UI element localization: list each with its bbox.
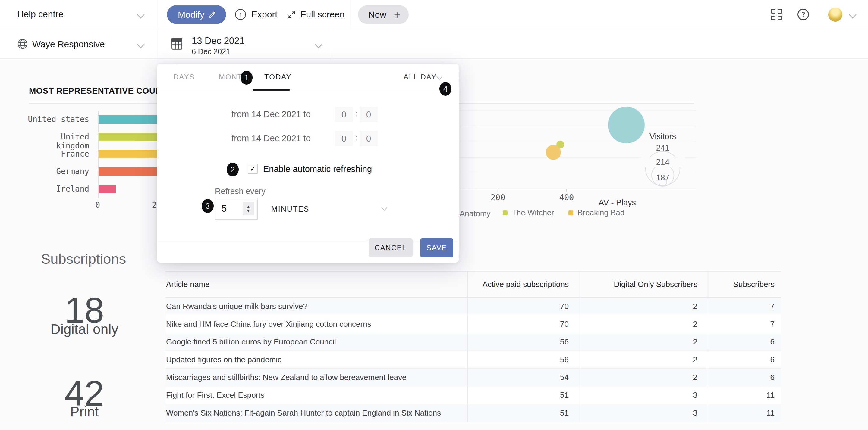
table-row: Updated figures on the pandemic 56 2 6 [165, 351, 781, 369]
avatar[interactable] [828, 7, 842, 22]
annotation-badge-3: 3 [202, 199, 214, 213]
legend-swatch [503, 210, 507, 215]
cell-value: 2 [580, 351, 708, 368]
cell-value: 11 [708, 386, 781, 404]
report-selector-label: Help centre [17, 9, 63, 19]
question-icon: ? [801, 10, 805, 19]
tab-days[interactable]: DAYS [173, 73, 195, 81]
date-settings-dialog: DAYS MONTHS TODAY 1 ALL DAY 4 from 14 De… [157, 64, 459, 263]
legend-label: The Witcher [512, 208, 554, 218]
cell-value: 2 [580, 298, 708, 315]
report-selector[interactable]: Help centre [0, 0, 157, 29]
checkmark-icon: ✓ [250, 164, 256, 173]
x-axis-line [458, 189, 696, 189]
table-row: Google fined 5 billion euros by European… [165, 333, 781, 351]
annotation-badge-4: 4 [439, 82, 452, 96]
header-active-paid: Active paid subscriptions [468, 272, 580, 297]
country-label: United kingdom [28, 132, 89, 150]
country-label: United states [28, 115, 89, 124]
table-row: Fight for First: Excel Esports 51 3 11 [165, 386, 781, 404]
apps-grid-button[interactable] [771, 9, 783, 21]
cell-value: 56 [468, 333, 580, 351]
cell-value: 7 [708, 315, 781, 333]
refresh-value-field[interactable]: ▲ ▼ [215, 198, 258, 220]
hour-input[interactable]: 0 [335, 131, 353, 146]
annotation-badge-2: 2 [227, 163, 239, 176]
x-tick-mark [498, 189, 498, 192]
refresh-unit-dropdown[interactable]: MINUTES [271, 198, 392, 220]
legend-item-anatomy[interactable]: Anatomy [460, 209, 491, 218]
cell-article: Nike and HM face China fury over Xinjian… [165, 315, 468, 333]
gridline [458, 141, 696, 142]
stepper-down-icon: ▼ [247, 209, 250, 213]
kpi-print-label: Print [39, 403, 130, 420]
full-screen-button[interactable]: Full screen [285, 0, 348, 29]
cell-article: Women's Six Nations: Fit-again Sarah Hun… [165, 404, 468, 422]
calendar-icon [170, 36, 184, 51]
refresh-value-input[interactable] [221, 203, 236, 214]
date-range-selector[interactable]: 13 Dec 2021 6 Dec 2021 [163, 29, 332, 59]
export-button[interactable]: ↑ Export [233, 0, 281, 29]
cell-value: 7 [708, 298, 781, 315]
stepper-up-icon: ▲ [247, 204, 250, 209]
country-label: Germany [28, 167, 89, 176]
save-button[interactable]: SAVE [420, 238, 453, 257]
refresh-unit-label: MINUTES [271, 205, 310, 213]
legend-label: Breaking Bad [578, 208, 624, 218]
kpi-digital-label: Digital only [39, 321, 130, 337]
bubble-anatomy [608, 107, 645, 143]
annotation-badge-1: 1 [241, 71, 253, 85]
new-button-label: New [358, 10, 386, 20]
tab-today[interactable]: TODAY [264, 73, 291, 81]
legend-item-the-witcher[interactable]: The Witcher [503, 208, 554, 218]
cell-value: 6 [708, 351, 781, 368]
apps-grid-icon [771, 9, 783, 20]
minute-input[interactable]: 0 [360, 107, 378, 122]
gridline [458, 126, 696, 127]
table-row: Women's Six Nations: Fit-again Sarah Hun… [165, 404, 781, 422]
auto-refresh-label: Enable automatic refreshing [263, 164, 372, 174]
auto-refresh-checkbox[interactable]: ✓ [248, 164, 258, 174]
help-button[interactable]: ? [798, 9, 809, 20]
cell-value: 2 [580, 369, 708, 386]
size-legend-value: 187 [640, 173, 685, 183]
cell-article: Fight for First: Excel Esports [165, 386, 468, 404]
bar-ireland [98, 185, 116, 193]
cell-value: 2 [580, 333, 708, 351]
cell-value: 54 [468, 369, 580, 386]
dialog-footer-divider [157, 241, 459, 241]
export-icon: ↑ [235, 9, 246, 20]
refresh-value-stepper[interactable]: ▲ ▼ [243, 202, 254, 215]
bubble-breaking-bad [546, 145, 561, 160]
refresh-every-label: Refresh every [215, 187, 266, 196]
x-tick-0: 0 [93, 201, 102, 209]
contextbar-divider-2 [332, 29, 332, 59]
cell-value: 3 [580, 404, 708, 422]
legend-item-breaking-bad[interactable]: Breaking Bad [568, 208, 624, 218]
table-row: Nike and HM face China fury over Xinjian… [165, 315, 781, 333]
new-button[interactable]: New + [358, 5, 409, 24]
hour-input[interactable]: 0 [335, 107, 353, 122]
chevron-down-icon [436, 74, 442, 80]
all-day-label: ALL DAY [404, 73, 437, 81]
plus-icon: + [394, 9, 400, 21]
subscriptions-title: Subscriptions [41, 251, 126, 267]
chevron-down-icon [137, 41, 144, 48]
cell-value: 56 [468, 351, 580, 368]
modify-button[interactable]: Modify [167, 5, 226, 24]
header-digital-only: Digital Only Subscribers [580, 272, 708, 297]
site-selector[interactable]: Waye Responsive [0, 29, 157, 59]
globe-icon [17, 38, 29, 50]
cell-value: 70 [468, 298, 580, 315]
x-tick-200: 200 [486, 193, 510, 202]
time-separator: : [353, 133, 359, 142]
minute-input[interactable]: 0 [360, 131, 378, 146]
topbar-divider-2 [350, 0, 350, 29]
cancel-button[interactable]: CANCEL [369, 238, 412, 257]
time-separator: : [353, 109, 359, 118]
table-row: Can Rwanda's unique milk bars survive? 7… [165, 298, 781, 315]
size-legend-value: 214 [640, 158, 685, 167]
topbar-divider [157, 0, 157, 29]
size-legend-value: 241 [640, 143, 685, 153]
chevron-down-icon [137, 11, 144, 19]
